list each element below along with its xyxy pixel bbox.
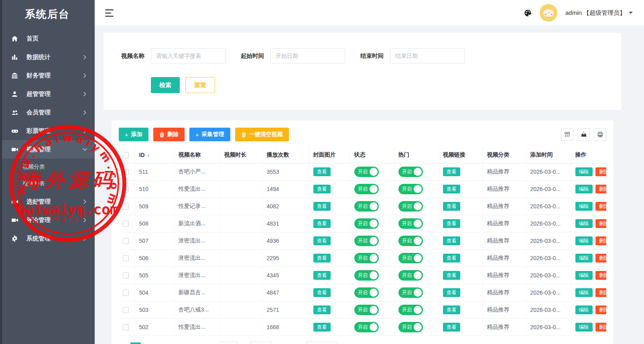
view-cover-button[interactable]: 查看 — [313, 271, 331, 280]
reset-button[interactable]: 重置 — [185, 77, 215, 93]
sidebar-item[interactable]: 会员管理 — [0, 103, 95, 122]
sidebar-item[interactable]: 视频管理 — [0, 140, 95, 159]
add-button[interactable]: +添加 — [119, 128, 148, 141]
hot-toggle[interactable]: 开启 — [398, 305, 423, 315]
status-toggle[interactable]: 开启 — [354, 305, 379, 315]
delete-button[interactable]: 删除 — [595, 271, 607, 280]
view-cover-button[interactable]: 查看 — [313, 202, 331, 211]
page-number-button[interactable]: 1 — [130, 342, 141, 344]
page-number-button[interactable]: 52 — [179, 342, 189, 344]
status-toggle[interactable]: 开启 — [354, 253, 379, 263]
hot-toggle[interactable]: 开启 — [398, 270, 423, 281]
sidebar-item[interactable]: 首页 — [0, 29, 95, 48]
column-header[interactable]: ID▲▼ — [135, 147, 174, 163]
edit-button[interactable]: 编辑 — [575, 288, 593, 297]
export-button[interactable] — [577, 128, 590, 141]
hot-toggle[interactable]: 开启 — [398, 184, 423, 194]
edit-button[interactable]: 编辑 — [575, 185, 593, 194]
view-cover-button[interactable]: 查看 — [313, 236, 331, 246]
menu-collapse-icon[interactable] — [104, 8, 115, 18]
delete-button[interactable]: 删除 — [595, 202, 607, 211]
hot-toggle[interactable]: 开启 — [398, 322, 423, 332]
edit-button[interactable]: 编辑 — [575, 167, 593, 177]
view-cover-button[interactable]: 查看 — [313, 305, 331, 315]
status-toggle[interactable]: 开启 — [354, 201, 379, 212]
view-link-button[interactable]: 查看 — [443, 236, 460, 246]
view-link-button[interactable]: 查看 — [443, 202, 460, 211]
hot-toggle[interactable]: 开启 — [398, 201, 423, 212]
start-date-input[interactable] — [270, 48, 345, 63]
row-checkbox[interactable] — [123, 290, 129, 296]
delete-button[interactable]: 删除 — [595, 305, 607, 315]
row-checkbox[interactable] — [123, 307, 129, 313]
status-toggle[interactable]: 开启 — [354, 218, 379, 229]
edit-button[interactable]: 编辑 — [575, 254, 593, 263]
view-cover-button[interactable]: 查看 — [313, 219, 331, 228]
delete-button[interactable]: 删除 — [595, 254, 607, 263]
status-toggle[interactable]: 开启 — [354, 167, 379, 177]
hot-toggle[interactable]: 开启 — [398, 253, 423, 263]
view-cover-button[interactable]: 查看 — [313, 254, 331, 263]
edit-button[interactable]: 编辑 — [575, 305, 593, 315]
status-toggle[interactable]: 开启 — [354, 184, 379, 194]
delete-button[interactable]: 删除 — [595, 167, 607, 177]
page-number-button[interactable]: 2 — [144, 342, 154, 344]
edit-button[interactable]: 编辑 — [575, 236, 593, 246]
hot-toggle[interactable]: 开启 — [398, 167, 423, 177]
status-toggle[interactable]: 开启 — [354, 270, 379, 281]
video-name-input[interactable] — [151, 48, 226, 63]
status-toggle[interactable]: 开启 — [354, 322, 379, 332]
view-link-button[interactable]: 查看 — [443, 254, 460, 263]
delete-button[interactable]: 删除 — [595, 323, 607, 332]
edit-button[interactable]: 编辑 — [575, 323, 593, 332]
sidebar-item[interactable]: 视频列表 — [0, 175, 95, 192]
hot-toggle[interactable]: 开启 — [398, 218, 423, 229]
clear-all-videos-button[interactable]: 一键清空视频 — [235, 128, 289, 141]
columns-filter-button[interactable] — [561, 128, 573, 141]
sidebar-item[interactable]: 选妃管理 — [0, 192, 95, 211]
row-checkbox[interactable] — [123, 324, 129, 330]
sidebar-item[interactable]: 彩票管理 — [0, 122, 95, 140]
view-link-button[interactable]: 查看 — [443, 185, 460, 194]
sidebar-item[interactable]: 数据统计 — [0, 48, 95, 66]
view-cover-button[interactable]: 查看 — [313, 167, 331, 177]
hot-toggle[interactable]: 开启 — [398, 236, 423, 246]
goto-confirm-button[interactable]: 确定 — [250, 342, 272, 344]
view-link-button[interactable]: 查看 — [443, 271, 460, 280]
batch-delete-button[interactable]: 删除 — [153, 128, 185, 141]
theme-palette-icon[interactable] — [524, 9, 532, 17]
delete-button[interactable]: 删除 — [595, 236, 607, 246]
print-button[interactable] — [594, 128, 606, 141]
delete-button[interactable]: 删除 — [595, 185, 607, 194]
sidebar-item[interactable]: 财务管理 — [0, 66, 95, 85]
hot-toggle[interactable]: 开启 — [398, 287, 423, 298]
end-date-input[interactable] — [390, 48, 465, 63]
sidebar-item[interactable]: 视频分类 — [0, 159, 95, 175]
row-checkbox[interactable] — [123, 238, 129, 244]
view-cover-button[interactable]: 查看 — [313, 185, 331, 194]
view-link-button[interactable]: 查看 — [443, 167, 460, 177]
row-checkbox[interactable] — [123, 204, 129, 210]
select-all-checkbox[interactable] — [123, 152, 129, 158]
view-link-button[interactable]: 查看 — [443, 305, 460, 315]
avatar[interactable] — [540, 4, 557, 22]
edit-button[interactable]: 编辑 — [575, 271, 593, 280]
row-checkbox[interactable] — [123, 221, 129, 227]
edit-button[interactable]: 编辑 — [575, 202, 593, 211]
view-link-button[interactable]: 查看 — [443, 219, 460, 228]
page-number-button[interactable]: 3 — [157, 342, 167, 344]
status-toggle[interactable]: 开启 — [354, 236, 379, 246]
view-cover-button[interactable]: 查看 — [313, 323, 331, 332]
per-page-select[interactable]: 10 条/页 — [307, 342, 338, 344]
sidebar-item[interactable]: 超管管理 — [0, 85, 95, 103]
row-checkbox[interactable] — [123, 273, 129, 279]
goto-page-input[interactable] — [219, 342, 238, 344]
row-checkbox[interactable] — [123, 255, 129, 261]
delete-button[interactable]: 删除 — [595, 219, 607, 228]
row-checkbox[interactable] — [123, 186, 129, 192]
view-link-button[interactable]: 查看 — [443, 288, 460, 297]
row-checkbox[interactable] — [123, 169, 129, 175]
search-button[interactable]: 检索 — [151, 77, 180, 93]
collect-manage-button[interactable]: +采集管理 — [189, 128, 230, 141]
edit-button[interactable]: 编辑 — [575, 219, 593, 228]
